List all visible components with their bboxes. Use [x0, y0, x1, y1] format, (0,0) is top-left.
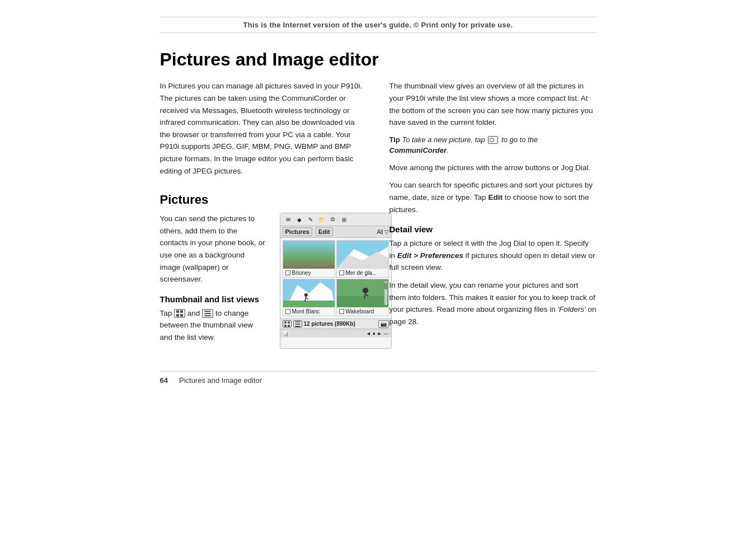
- dropdown-arrow: ▽: [384, 229, 389, 235]
- intro-paragraph: In Pictures you can manage all pictures …: [160, 80, 367, 177]
- folder-icon: 📁: [317, 215, 326, 224]
- detail-text1: Tap a picture or select it with the Jog …: [389, 237, 597, 274]
- nav-left[interactable]: ◄: [366, 331, 371, 336]
- thumbnail-views-section: Thumbnail and list views Tap: [160, 294, 266, 344]
- svg-point-6: [304, 293, 307, 297]
- brioney-img: [283, 241, 335, 269]
- brioney-label: Brioney: [283, 269, 335, 277]
- all-dropdown[interactable]: All ▽: [377, 229, 388, 235]
- thumb-wakeboard[interactable]: Wakeboard: [336, 279, 389, 316]
- grid-dots: [176, 310, 183, 317]
- thumb-montblanc[interactable]: Mont Blanc: [283, 279, 335, 316]
- grid-icon: ⊞: [340, 215, 349, 224]
- folders-italic: 'Folders': [557, 305, 585, 313]
- pencil-icon: ✎: [306, 215, 315, 224]
- thumbnail-heading: Thumbnail and list views: [160, 294, 266, 304]
- communiCorder-label: CommuniCorder: [389, 146, 447, 154]
- envelope-icon: ✉: [284, 215, 293, 224]
- status-list-lines: [295, 321, 300, 327]
- montblanc-checkbox[interactable]: [285, 309, 290, 314]
- photo-grid: Brioney: [280, 238, 391, 318]
- nav-dot: ●: [373, 331, 375, 336]
- move-text: Move among the pictures with the arrow b…: [389, 162, 597, 174]
- grid-view-icon[interactable]: [174, 309, 185, 318]
- mer-img: [337, 241, 388, 269]
- pictures-section: You can send the pictures to others, add…: [160, 213, 367, 349]
- tip-italic-text: To take a new picture, tap to go to the …: [389, 135, 538, 155]
- wakeboard-checkbox[interactable]: [339, 309, 344, 314]
- pictures-heading: Pictures: [160, 193, 367, 207]
- pictures-menu[interactable]: Pictures: [283, 227, 312, 236]
- thumb-mer[interactable]: Mer de gla...: [336, 240, 389, 278]
- phone-bottombar: 📊 ◄ ● ► —: [280, 329, 391, 338]
- diamond-icon: ◆: [295, 215, 304, 224]
- bar-icon-1: 📊: [283, 331, 289, 336]
- page-number: 64: [160, 376, 168, 385]
- phone-statusbar: 12 pictures (890Kb) 📷: [280, 318, 391, 329]
- detail-view-heading: Detail view: [389, 224, 597, 234]
- list-lines: [204, 311, 211, 316]
- status-right-icon: 📷: [378, 321, 389, 327]
- communiCorder-inline-icon: [488, 136, 498, 144]
- edit-prefs-label: Edit > Preferences: [397, 251, 463, 260]
- status-grid-dots: [284, 321, 290, 327]
- copy-icon: ⧉: [328, 215, 337, 224]
- grid-status-icon[interactable]: [283, 320, 292, 327]
- svg-point-11: [363, 288, 368, 293]
- tip-line: Tip To take a new picture, tap to go to …: [389, 134, 597, 156]
- nav-right[interactable]: ►: [377, 331, 382, 336]
- svg-rect-5: [283, 301, 335, 307]
- nav-minus[interactable]: —: [384, 331, 389, 336]
- right-column: The thumbnail view gives an overview of …: [389, 80, 597, 349]
- phone-ui-mockup: ✉ ◆ ✎ 📁 ⧉ ⊞ Pictures Edit All: [280, 213, 392, 349]
- list-status-icon[interactable]: [293, 320, 302, 327]
- page-footer: 64 Pictures and Image editor: [160, 371, 597, 385]
- mer-checkbox[interactable]: [339, 270, 344, 275]
- edit-menu[interactable]: Edit: [316, 227, 333, 236]
- overview-text: The thumbnail view gives an overview of …: [389, 80, 597, 128]
- left-column: In Pictures you can manage all pictures …: [160, 80, 367, 349]
- camera-button[interactable]: 📷: [378, 320, 389, 328]
- status-left: 12 pictures (890Kb): [283, 320, 355, 327]
- footer-section-label: Pictures and Image editor: [179, 376, 262, 385]
- search-text: You can search for specific pictures and…: [389, 179, 597, 216]
- toolbar-icons: ✉ ◆ ✎ 📁 ⧉ ⊞: [284, 215, 349, 224]
- status-count: 12 pictures (890Kb): [304, 321, 355, 327]
- montblanc-img: [283, 279, 335, 307]
- svg-rect-10: [337, 296, 388, 307]
- brioney-checkbox[interactable]: [285, 270, 290, 275]
- thumbnail-text: Tap and: [160, 307, 266, 344]
- wakeboard-label: Wakeboard: [337, 307, 388, 316]
- page-title: Pictures and Image editor: [160, 49, 597, 70]
- wakeboard-img: [337, 279, 388, 307]
- edit-label-inline: Edit: [488, 193, 503, 202]
- phone-toolbar: ✉ ◆ ✎ 📁 ⧉ ⊞: [280, 213, 391, 226]
- montblanc-label: Mont Blanc: [283, 307, 335, 316]
- mer-label: Mer de gla...: [337, 269, 388, 277]
- thumb-brioney[interactable]: Brioney: [283, 240, 335, 278]
- detail-text2: In the detail view, you can rename your …: [389, 279, 597, 327]
- list-view-icon[interactable]: [202, 309, 213, 318]
- bar-nav: ◄ ● ► —: [366, 330, 389, 336]
- internet-notice: This is the Internet version of the user…: [160, 17, 597, 33]
- pictures-text-block: You can send the pictures to others, add…: [160, 213, 266, 349]
- pictures-body: You can send the pictures to others, add…: [160, 213, 266, 285]
